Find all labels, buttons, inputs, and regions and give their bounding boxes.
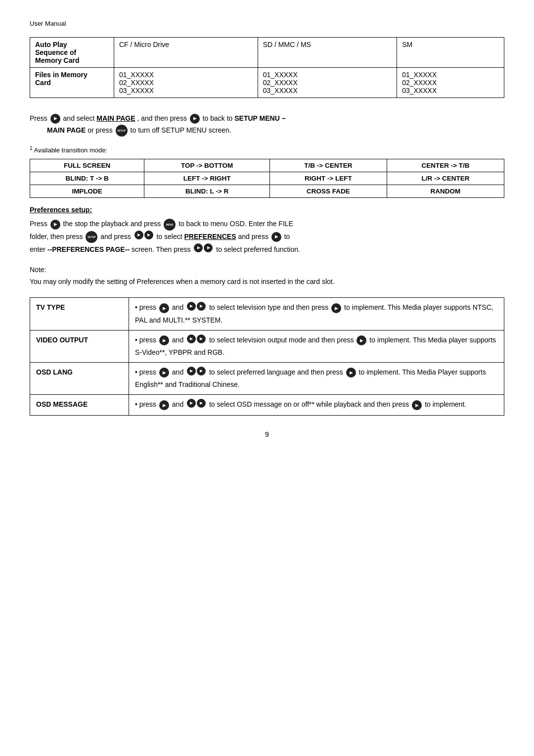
osd-lang-content: • press and to select preferred language… [129, 362, 504, 394]
transition-table: FULL SCREEN TOP -> BOTTOM T/B -> CENTER … [30, 159, 504, 198]
main-page-label: MAIN PAGE [96, 114, 135, 122]
user-manual-label: User Manual [30, 20, 504, 27]
pref-text3: to back to menu OSD. Enter the FILE [178, 220, 293, 228]
table1-sd-files: 01_XXXXX02_XXXXX03_XXXXX [258, 68, 397, 98]
table3-row-videooutput: VIDEO OUTPUT • press and to select telev… [30, 330, 504, 362]
preferences-section: Preferences setup: Press the stop the pl… [30, 206, 504, 256]
table1-sm-files: 01_XXXXX02_XXXXX03_XXXXX [397, 68, 504, 98]
trans-blind-lr: BLIND: L -> R [144, 185, 270, 198]
video-output-label: VIDEO OUTPUT [30, 330, 129, 362]
pref-text5: to select PREFERENCES and press [156, 233, 270, 240]
pref-btn1 [50, 220, 60, 230]
ol-double-btn [186, 367, 206, 379]
table1-sm-header: SM [397, 38, 504, 68]
press-text3: , and then press [137, 114, 189, 122]
trans-cross-fade: CROSS FADE [269, 185, 387, 198]
trans-lr-center: L/R -> CENTER [387, 172, 504, 185]
footnote: 1 Available transition mode: [30, 145, 504, 154]
table1-label-row1: Auto PlaySequence ofMemory Card [30, 38, 114, 68]
tv-btn2 [331, 303, 341, 313]
table3-row-tvtype: TV TYPE • press and to select television… [30, 298, 504, 330]
tv-type-label: TV TYPE [30, 298, 129, 330]
ok-button-icon2 [190, 114, 200, 124]
trans-top-bottom: TOP -> BOTTOM [144, 159, 270, 172]
table1-sd-header: SD / MMC / MS [258, 38, 397, 68]
page-number: 9 [30, 430, 504, 438]
preferences-title: Preferences setup: [30, 206, 504, 214]
pref-text6: to [284, 233, 290, 240]
pref-ok-btn [271, 232, 281, 242]
footnote-text: Available transition mode: [34, 146, 107, 154]
tv-btn1 [159, 303, 169, 313]
setup-button-icon [116, 125, 128, 137]
table3-row-osdmessage: OSD MESSAGE • press and to select OSD me… [30, 394, 504, 415]
trans-left-right: LEFT -> RIGHT [144, 172, 270, 185]
table3-row-osdlang: OSD LANG • press and to select preferred… [30, 362, 504, 394]
auto-play-label: Auto PlaySequence ofMemory Card [35, 41, 79, 64]
pref-text7: enter --PREFERENCES PAGE-- screen. Then … [30, 245, 192, 253]
press-text1: Press [30, 114, 49, 122]
pref-text3b: folder, then press [30, 233, 85, 240]
pref-setup-btn [86, 231, 97, 243]
osd-lang-label: OSD LANG [30, 362, 129, 394]
om-btn1 [159, 400, 169, 410]
note-section: Note: You may only modify the setting of… [30, 264, 504, 288]
ok-button-icon [50, 114, 60, 124]
trans-blind-tb: BLIND: T -> B [30, 172, 144, 185]
table1-cf-files: 01_XXXXX02_XXXXX03_XXXXX [114, 68, 258, 98]
pref-text2: the stop the playback and press [63, 220, 163, 228]
osd-message-content: • press and to select OSD message on or … [129, 394, 504, 415]
trans-random: RANDOM [387, 185, 504, 198]
pref-menu-btn [164, 219, 176, 231]
trans-right-left: RIGHT -> LEFT [269, 172, 387, 185]
vo-btn1 [159, 335, 169, 345]
om-double-btn [186, 399, 206, 411]
preferences-text: Press the stop the playback and press to… [30, 218, 504, 256]
memory-card-table: Auto PlaySequence ofMemory Card CF / Mic… [30, 37, 504, 98]
pref-text4: and press [100, 233, 133, 240]
note-label: Note: [30, 264, 504, 276]
trans-center-tb: CENTER -> T/B [387, 159, 504, 172]
vo-double-btn [186, 334, 206, 347]
trans-tb-center: T/B -> CENTER [269, 159, 387, 172]
table1-cf-header: CF / Micro Drive [114, 38, 258, 68]
pref-double-btn2 [193, 243, 213, 256]
press-mainpage2: MAIN PAGE or press [47, 126, 115, 134]
table1-label-row2: Files in MemoryCard [30, 68, 114, 98]
tv-double-btn1 [186, 302, 206, 314]
press-text7: to turn off SETUP MENU screen. [131, 126, 231, 134]
press-text2: and select [63, 114, 97, 122]
pref-text8: to select preferred function. [216, 245, 300, 253]
pref-double-btn1 [134, 231, 154, 243]
press-text4: to back to SETUP MENU – [203, 114, 286, 122]
note-text: You may only modify the setting of Prefe… [30, 276, 504, 288]
video-output-content: • press and to select television output … [129, 330, 504, 362]
ol-btn2 [346, 368, 356, 378]
press-instruction-block: Press and select MAIN PAGE , and then pr… [30, 113, 504, 137]
trans-full-screen: FULL SCREEN [30, 159, 144, 172]
ol-btn1 [159, 368, 169, 378]
preferences-settings-table: TV TYPE • press and to select television… [30, 297, 504, 416]
om-btn2 [412, 400, 422, 410]
osd-message-label: OSD MESSAGE [30, 394, 129, 415]
tv-type-content: • press and to select television type an… [129, 298, 504, 330]
pref-text1: Press [30, 220, 49, 228]
vo-btn2 [356, 335, 366, 345]
trans-implode: IMPLODE [30, 185, 144, 198]
